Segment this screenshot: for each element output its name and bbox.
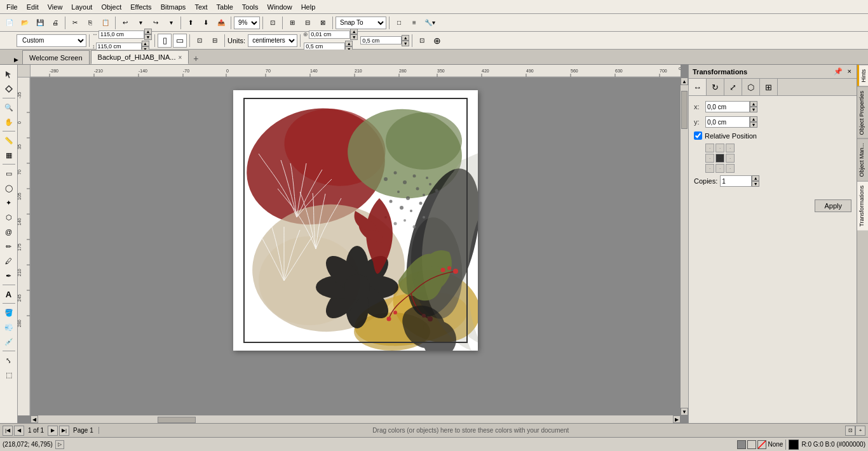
panel-close-button[interactable]: ×: [846, 67, 853, 76]
tool-connector[interactable]: ⤣: [2, 353, 16, 367]
zoom-fit-bottom[interactable]: ⊡: [845, 426, 855, 436]
open-button[interactable]: 📂: [18, 16, 32, 30]
side-tab-hints[interactable]: Hints: [857, 65, 868, 86]
height-up[interactable]: ▲: [142, 41, 149, 46]
menu-layout[interactable]: Layout: [67, 2, 96, 12]
cut-button[interactable]: ✂: [68, 16, 82, 30]
view-display[interactable]: □: [392, 16, 406, 30]
y2-down[interactable]: ▼: [402, 41, 409, 46]
tool-pan[interactable]: ✋: [2, 115, 16, 129]
zoom-select[interactable]: 9%: [234, 17, 260, 29]
view-mode-btn[interactable]: [737, 440, 746, 449]
width-input[interactable]: 115,0 cm: [98, 30, 144, 39]
portrait-button[interactable]: ▯: [158, 34, 172, 48]
horizontal-scrollbar-thumb[interactable]: [158, 417, 196, 423]
landscape-button[interactable]: ▭: [173, 34, 187, 48]
pos-br[interactable]: ·: [726, 164, 735, 173]
zoom-fit-page[interactable]: ⊡: [415, 34, 429, 48]
page-resize-button[interactable]: ⊡: [193, 34, 207, 48]
menu-bitmaps[interactable]: Bitmaps: [157, 2, 190, 12]
tab-close-button[interactable]: ×: [178, 54, 182, 61]
tool-text[interactable]: A: [2, 287, 16, 301]
trans-tab-matrix[interactable]: ⊞: [760, 79, 778, 95]
stroke-color-box[interactable]: [789, 440, 799, 450]
coords-triangle[interactable]: ▷: [55, 440, 64, 449]
x-transform-down[interactable]: ▼: [750, 107, 757, 112]
tool-ellipse[interactable]: ◯: [2, 181, 16, 195]
trans-tab-scale[interactable]: ⤢: [724, 79, 742, 95]
export-button[interactable]: 📤: [214, 16, 228, 30]
x-transform-input[interactable]: [705, 101, 750, 112]
menu-help[interactable]: Help: [297, 2, 320, 12]
side-tab-obj-man[interactable]: Object Man...: [857, 138, 868, 181]
units-select[interactable]: centimeters: [248, 34, 297, 47]
save-button[interactable]: 💾: [33, 16, 47, 30]
trans-tab-rotate[interactable]: ↻: [707, 79, 724, 95]
trans-tab-skew[interactable]: ⬡: [742, 79, 760, 95]
apply-button[interactable]: Apply: [815, 199, 851, 212]
side-tab-obj-props[interactable]: Object Properties: [857, 86, 868, 139]
tool-zoom[interactable]: 🔍: [2, 100, 16, 114]
view-outline[interactable]: ≡: [407, 16, 421, 30]
copies-input[interactable]: [720, 175, 752, 187]
y-transform-down[interactable]: ▼: [750, 122, 757, 128]
pos-mc[interactable]: ·: [715, 154, 724, 163]
new-button[interactable]: 📄: [3, 16, 17, 30]
copy-button[interactable]: ⎘: [83, 16, 97, 30]
x-down[interactable]: ▼: [350, 34, 358, 40]
menu-tools[interactable]: Tools: [238, 2, 262, 12]
zoom-plus[interactable]: ⊕: [430, 34, 444, 48]
pos-tc[interactable]: ·: [715, 144, 724, 152]
tool-calligraphy[interactable]: ✒: [2, 269, 16, 283]
page-last-button[interactable]: ▶|: [59, 426, 69, 436]
tool-spiral[interactable]: @: [2, 225, 16, 239]
page-next-button[interactable]: ▶: [48, 426, 58, 436]
y2-pos-input[interactable]: [360, 36, 402, 44]
menu-window[interactable]: Window: [264, 2, 296, 12]
copies-up[interactable]: ▲: [752, 175, 759, 181]
menu-table[interactable]: Table: [213, 2, 237, 12]
page-prev-button[interactable]: ◀: [14, 426, 24, 436]
x-up[interactable]: ▲: [350, 29, 358, 34]
menu-edit[interactable]: Edit: [23, 2, 43, 12]
view-mode2-btn[interactable]: [747, 440, 756, 449]
panel-pin-button[interactable]: 📌: [832, 67, 844, 76]
color-drag-area[interactable]: Drag colors (or objects) here to store t…: [98, 427, 843, 434]
y-transform-input[interactable]: [705, 116, 750, 128]
tab-add-button[interactable]: +: [190, 53, 201, 64]
tool-select[interactable]: [2, 67, 16, 81]
width-up[interactable]: ▲: [144, 29, 152, 34]
snap-align1[interactable]: ⊞: [285, 16, 299, 30]
redo-dropdown[interactable]: ▾: [164, 16, 178, 30]
menu-view[interactable]: View: [44, 2, 67, 12]
zoom-fit-button[interactable]: ⊡: [266, 16, 280, 30]
page-first-button[interactable]: |◀: [3, 426, 13, 436]
snap-select[interactable]: Snap To: [336, 17, 386, 29]
snap-align2[interactable]: ⊟: [301, 16, 315, 30]
pos-ml[interactable]: ·: [705, 154, 714, 163]
menu-effects[interactable]: Effects: [126, 2, 155, 12]
tool-3d[interactable]: ⬡: [2, 210, 16, 224]
vertical-scrollbar[interactable]: [681, 77, 688, 415]
x-pos-input[interactable]: [309, 30, 350, 39]
tab-document[interactable]: Backup_of_HIJAB_INA... ×: [91, 50, 189, 64]
side-tab-trans[interactable]: Transformations: [857, 181, 868, 231]
pos-bl[interactable]: ·: [705, 164, 714, 173]
tab-welcome[interactable]: Welcome Screen: [22, 50, 90, 64]
menu-text[interactable]: Text: [191, 2, 211, 12]
page-resize2-button[interactable]: ⊟: [208, 34, 222, 48]
tool-pencil[interactable]: ✏: [2, 239, 16, 253]
zoom-in-bottom[interactable]: +: [855, 426, 865, 436]
color-none-btn[interactable]: [757, 440, 766, 449]
horizontal-scrollbar[interactable]: [31, 415, 681, 423]
vertical-scrollbar-thumb[interactable]: [681, 91, 688, 129]
trans-tab-move[interactable]: ↔: [689, 79, 707, 95]
tool-measure[interactable]: 📏: [2, 133, 16, 147]
tool-pen[interactable]: 🖊: [2, 254, 16, 268]
pos-bc[interactable]: ·: [715, 164, 724, 173]
scroll-up-button[interactable]: ▲: [681, 77, 688, 85]
paste-button[interactable]: 📋: [98, 16, 112, 30]
scroll-left-button[interactable]: ◀: [31, 415, 38, 423]
tool-fill[interactable]: 🪣: [2, 306, 16, 320]
y2-up[interactable]: ▲: [402, 35, 409, 41]
